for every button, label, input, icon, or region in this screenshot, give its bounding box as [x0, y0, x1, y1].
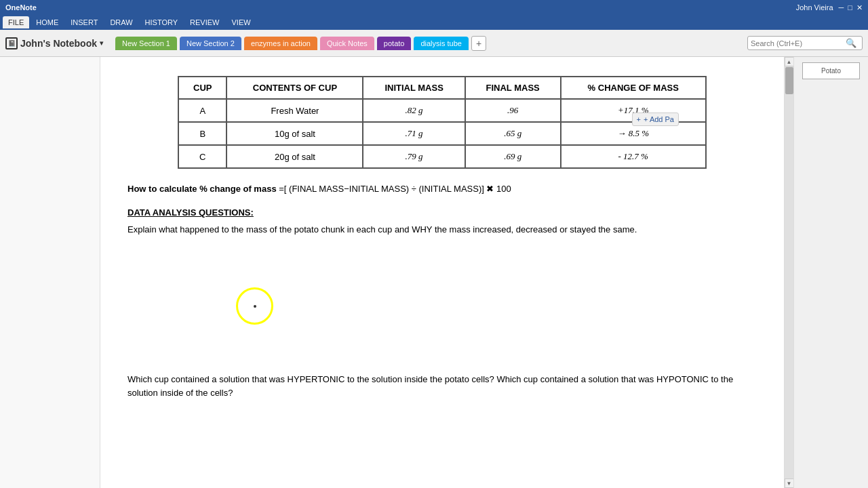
- row-b-cup: B: [178, 122, 226, 145]
- table-row-b: B 10g of salt .71 g .65 g → 8.5 %: [178, 122, 706, 145]
- tab-insert[interactable]: INSERT: [65, 16, 103, 28]
- analysis-question2: Which cup contained a solution that was …: [127, 373, 757, 401]
- tab-file[interactable]: FILE: [3, 16, 29, 28]
- scroll-up-arrow[interactable]: ▲: [785, 57, 794, 66]
- notebook-icon: 📓: [5, 37, 18, 49]
- section-tab-2[interactable]: New Section 2: [180, 37, 241, 50]
- title-bar-left: OneNote: [5, 3, 37, 12]
- right-sidebar: Potato: [793, 57, 868, 488]
- scroll-thumb[interactable]: [785, 67, 793, 94]
- add-page-icon: +: [637, 115, 641, 123]
- formula-text: =[ (FINAL MASS−INITIAL MASS) ÷ (INITIAL …: [279, 184, 511, 194]
- add-page-label: + Add Pa: [644, 115, 674, 123]
- page-content: + + Add Pa CUP CONTENTS OF CUP INITIAL M…: [100, 57, 784, 488]
- title-bar-right: John Vieira ─ □ ✕: [796, 3, 863, 12]
- analysis-section: DATA ANALYSIS QUESTIONS: Explain what ha…: [127, 207, 757, 237]
- col-header-contents: CONTENTS OF CUP: [226, 77, 363, 99]
- analysis-question1: Explain what happened to the mass of the…: [127, 223, 757, 237]
- maximize-icon[interactable]: □: [848, 3, 852, 12]
- notebook-title[interactable]: 📓 John's Notebook ▾: [5, 37, 103, 49]
- right-scrollbar: ▲ ▼: [784, 57, 793, 488]
- tab-history[interactable]: HISTORY: [140, 16, 184, 28]
- row-b-contents: 10g of salt: [226, 122, 363, 145]
- left-sidebar: [0, 57, 100, 488]
- tab-home[interactable]: HOME: [31, 16, 64, 28]
- row-a-final: .96: [465, 99, 561, 122]
- ribbon: FILE HOME INSERT DRAW HISTORY REVIEW VIE…: [0, 15, 868, 30]
- row-a-cup: A: [178, 99, 226, 122]
- search-box[interactable]: 🔍: [747, 36, 863, 50]
- cursor-circle: [236, 287, 273, 325]
- cursor-dot: [254, 305, 256, 308]
- col-header-initial: INITIAL MASS: [363, 77, 465, 99]
- table-row-a: A Fresh Water .82 g .96 +17.1 %: [178, 99, 706, 122]
- section-tab-3[interactable]: enzymes in action: [244, 37, 317, 50]
- close-icon[interactable]: ✕: [856, 3, 863, 12]
- main-area: + + Add Pa CUP CONTENTS OF CUP INITIAL M…: [0, 57, 868, 488]
- col-header-pct: % CHANGE OF MASS: [561, 77, 707, 99]
- question2-section: Which cup contained a solution that was …: [127, 373, 757, 401]
- page-thumbnail[interactable]: Potato: [802, 62, 860, 79]
- row-b-initial: .71 g: [363, 122, 465, 145]
- tab-view[interactable]: VIEW: [226, 16, 256, 28]
- col-header-cup: CUP: [178, 77, 226, 99]
- title-bar: OneNote John Vieira ─ □ ✕: [0, 0, 868, 15]
- row-a-initial: .82 g: [363, 99, 465, 122]
- user-name: John Vieira: [796, 3, 833, 12]
- row-c-pct: - 12.7 %: [561, 145, 707, 168]
- scroll-track: [785, 66, 794, 479]
- data-table: CUP CONTENTS OF CUP INITIAL MASS FINAL M…: [178, 76, 707, 169]
- window-controls[interactable]: ─ □ ✕: [839, 3, 863, 12]
- section-tab-1[interactable]: New Section 1: [115, 37, 177, 50]
- notebook-dropdown-icon[interactable]: ▾: [100, 39, 103, 47]
- row-c-initial: .79 g: [363, 145, 465, 168]
- formula-label: How to calculate % change of mass: [127, 184, 277, 194]
- section-tab-6[interactable]: dialysis tube: [414, 37, 469, 50]
- add-section-button[interactable]: +: [471, 36, 486, 51]
- section-tab-5[interactable]: potato: [377, 37, 412, 50]
- section-tabs: New Section 1 New Section 2 enzymes in a…: [115, 36, 742, 51]
- scroll-down-arrow[interactable]: ▼: [785, 479, 794, 488]
- notebook-name: John's Notebook: [20, 38, 97, 49]
- col-header-final: FINAL MASS: [465, 77, 561, 99]
- search-icon[interactable]: 🔍: [846, 38, 856, 48]
- row-c-cup: C: [178, 145, 226, 168]
- app-name: OneNote: [5, 3, 37, 12]
- row-b-final: .65 g: [465, 122, 561, 145]
- minimize-icon[interactable]: ─: [839, 3, 844, 12]
- add-page-button[interactable]: + + Add Pa: [632, 113, 679, 126]
- row-c-final: .69 g: [465, 145, 561, 168]
- search-input[interactable]: [751, 39, 846, 47]
- row-a-contents: Fresh Water: [226, 99, 363, 122]
- table-row-c: C 20g of salt .79 g .69 g - 12.7 %: [178, 145, 706, 168]
- formula-section: How to calculate % change of mass =[ (FI…: [127, 182, 757, 197]
- section-tab-4[interactable]: Quick Notes: [320, 37, 374, 50]
- notebook-bar: 📓 John's Notebook ▾ New Section 1 New Se…: [0, 30, 868, 57]
- analysis-header: DATA ANALYSIS QUESTIONS:: [127, 207, 757, 218]
- tab-draw[interactable]: DRAW: [104, 16, 138, 28]
- row-c-contents: 20g of salt: [226, 145, 363, 168]
- tab-review[interactable]: REVIEW: [184, 16, 224, 28]
